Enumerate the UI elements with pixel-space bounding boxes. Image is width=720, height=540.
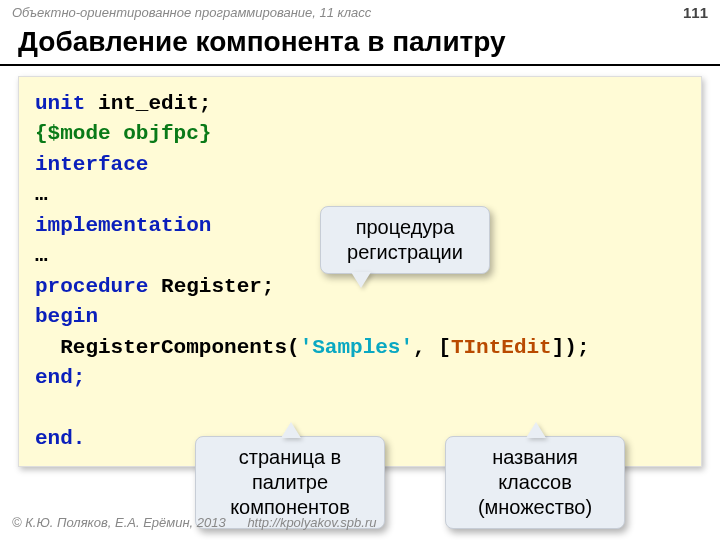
code-text: , [ [413,336,451,359]
page-number: 111 [683,4,708,21]
callout-tail-icon [526,422,546,438]
class-name: TIntEdit [451,336,552,359]
copyright: © К.Ю. Поляков, Е.А. Ерёмин, 2013 [12,515,226,530]
course-label: Объектно-ориентированное программировани… [12,5,371,20]
code-text: ]); [552,336,590,359]
call-prefix: RegisterComponents( [35,336,300,359]
kw-end: end; [35,366,85,389]
callout-text: процедура регистрации [347,216,463,263]
callout-tail-icon [281,422,301,438]
page-title: Добавление компонента в палитру [18,26,702,58]
callout-procedure: процедура регистрации [320,206,490,274]
callout-text: страница в палитре компонентов [230,446,350,518]
footer-url: http://kpolyakov.spb.ru [247,515,376,530]
code-text: int_edit; [85,92,211,115]
kw-enddot: end. [35,427,85,450]
string-literal: 'Samples' [300,336,413,359]
footer: © К.Ю. Поляков, Е.А. Ерёмин, 2013 http:/… [0,511,720,534]
title-area: Добавление компонента в палитру [0,24,720,66]
callout-text: названия классов (множество) [478,446,592,518]
kw-procedure: procedure [35,275,148,298]
callout-tail-icon [351,272,371,288]
content: unit int_edit; {$mode objfpc} interface … [0,66,720,477]
directive: {$mode objfpc} [35,122,211,145]
kw-implementation: implementation [35,214,211,237]
kw-unit: unit [35,92,85,115]
proc-name: Register; [148,275,274,298]
ellipsis: … [35,244,48,267]
ellipsis: … [35,183,48,206]
kw-begin: begin [35,305,98,328]
header-bar: Объектно-ориентированное программировани… [0,0,720,24]
kw-interface: interface [35,153,148,176]
